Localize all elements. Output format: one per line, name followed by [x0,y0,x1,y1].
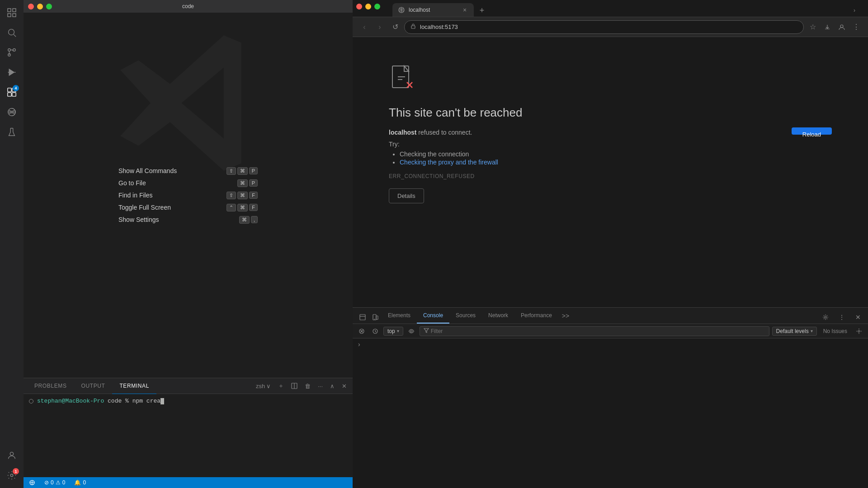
error-code-text: ERR_CONNECTION_REFUSED [389,173,832,179]
tab-list-button[interactable]: › [848,4,861,17]
nav-right-buttons: ☆ ⋮ [807,21,863,33]
console-filter-input[interactable] [431,328,765,334]
elements-tab[interactable]: Elements [382,308,417,324]
console-prompt-chevron[interactable]: › [356,339,362,350]
browser-tab-localhost[interactable]: localhost × [392,3,474,17]
errors-count: 0 [51,479,54,486]
panel: PROBLEMS OUTPUT TERMINAL zsh ∨ ＋ [24,378,353,477]
devtools-more-button[interactable]: ⋮ [835,311,848,324]
browser-minimize-button[interactable] [365,4,371,9]
show-settings-item[interactable]: Show Settings ⌘, [111,214,265,225]
svg-point-25 [410,330,412,332]
network-tab[interactable]: Network [482,308,514,324]
toggle-live-expression-button[interactable] [370,326,381,337]
console-levels-selector[interactable]: Default levels ▾ [772,327,817,336]
svg-point-0 [9,29,14,35]
account-icon[interactable] [3,446,21,465]
svg-point-16 [840,25,843,28]
sources-tab[interactable]: Sources [449,308,482,324]
terminal-content[interactable]: stephan@MacBook-Pro code % npm crea [24,394,353,477]
problems-tab[interactable]: PROBLEMS [27,378,74,394]
devtools-close-button[interactable]: ✕ [852,311,864,324]
extensions-icon[interactable]: 4 [3,83,21,101]
new-terminal-button[interactable]: ＋ [276,381,286,391]
svg-point-2 [8,49,11,52]
toggle-full-screen-item[interactable]: Toggle Full Screen ⌃⌘F [111,202,265,213]
svg-point-22 [825,316,826,318]
devtools-settings-button[interactable] [819,311,832,324]
error-refused-text: refused to connect. [418,129,472,136]
remote-status[interactable] [27,479,37,486]
find-in-files-keys: ⇧⌘F [226,192,258,199]
command-palette: Show All Commands ⇧⌘P Go to File ⌘P Find… [111,165,265,225]
run-debug-icon[interactable] [3,63,21,81]
console-tab[interactable]: Console [417,308,449,324]
downloads-button[interactable] [821,21,834,33]
output-tab[interactable]: OUTPUT [74,378,113,394]
reload-button[interactable]: ↺ [389,21,401,33]
browser-tab-title: localhost [409,7,458,13]
maximize-window-button[interactable] [46,4,52,9]
context-chevron-icon: ▾ [397,328,399,333]
prompt-circle [29,399,33,404]
terminal-shell-selector[interactable]: zsh ∨ [254,382,273,390]
console-eye-button[interactable] [406,326,417,337]
more-terminal-button[interactable]: ··· [316,382,325,390]
error-suggestions-list: Checking the connection Checking the pro… [400,150,832,166]
bookmark-button[interactable]: ☆ [807,21,819,33]
terminal-tab[interactable]: TERMINAL [112,378,156,394]
svg-line-1 [14,34,16,37]
minimize-window-button[interactable] [37,4,43,9]
checking-proxy-link[interactable]: Checking the proxy and the firewall [400,159,498,166]
info-status[interactable]: 🔔 0 [72,479,88,486]
browser-tab-close-button[interactable]: × [461,6,468,14]
console-settings-button[interactable] [854,326,864,337]
split-terminal-button[interactable] [289,382,300,390]
search-icon[interactable] [3,23,21,42]
clear-console-button[interactable] [356,326,367,337]
svg-rect-15 [411,26,415,28]
more-devtools-tabs-button[interactable]: >> [558,308,573,324]
go-to-file-item[interactable]: Go to File ⌘P [111,178,265,189]
kill-terminal-button[interactable]: 🗑 [302,382,313,390]
vscode-window: 4 1 [0,0,353,488]
close-panel-button[interactable]: ✕ [340,382,349,390]
address-bar[interactable]: localhost:5173 [404,20,804,34]
prompt-path: code [104,398,122,404]
details-button[interactable]: Details [389,188,424,203]
error-title: This site can't be reached [389,106,832,120]
console-output[interactable]: › [353,338,868,488]
remote-explorer-icon[interactable] [3,103,21,121]
profile-button[interactable] [835,21,848,33]
errors-icon: ⊘ [44,479,49,486]
source-control-icon[interactable] [3,43,21,61]
browser-maximize-button[interactable] [374,4,380,9]
info-icon: 🔔 [74,479,81,486]
close-window-button[interactable] [28,4,34,9]
console-context-selector[interactable]: top ▾ [383,327,403,336]
errors-status[interactable]: ⊘ 0 ⚠ 0 [42,479,67,486]
testing-icon[interactable] [3,123,21,141]
performance-tab[interactable]: Performance [514,308,558,324]
console-issues-label: No Issues [820,327,851,335]
error-buttons: Details [389,188,832,203]
explorer-icon[interactable] [3,4,21,22]
new-tab-button[interactable]: + [476,4,488,17]
devtools-inspect-button[interactable] [356,311,369,324]
browser-close-button[interactable] [356,4,362,9]
settings-icon[interactable]: 1 [3,466,21,484]
title-bar: code [24,0,353,13]
panel-tabs: PROBLEMS OUTPUT TERMINAL zsh ∨ ＋ [24,378,353,394]
find-in-files-item[interactable]: Find in Files ⇧⌘F [111,190,265,201]
svg-point-26 [858,330,860,332]
forward-button[interactable]: › [373,21,386,33]
devtools-device-button[interactable] [369,311,382,324]
browser-settings-button[interactable]: ⋮ [850,21,863,33]
back-button[interactable]: ‹ [358,21,371,33]
suggestion-2[interactable]: Checking the proxy and the firewall [400,159,832,166]
collapse-panel-button[interactable]: ∧ [328,382,337,390]
show-all-commands-item[interactable]: Show All Commands ⇧⌘P [111,165,265,177]
browser-window: localhost × + › ‹ › ↺ localhost:5173 ☆ [353,0,868,488]
svg-point-12 [10,474,13,477]
reload-page-button[interactable]: Reload [792,127,832,135]
